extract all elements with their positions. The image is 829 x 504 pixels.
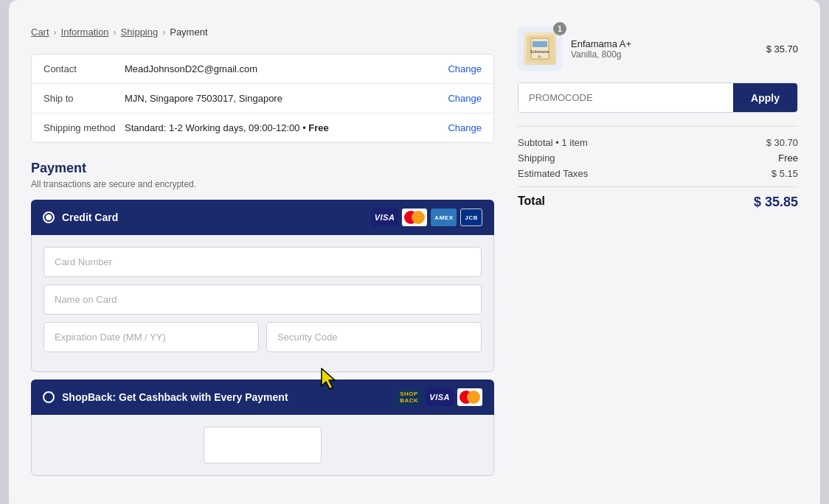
breadcrumb-shipping[interactable]: Shipping: [121, 27, 159, 38]
visa-logo: VISA: [371, 209, 399, 226]
shopback-logos: SHOPBACK VISA: [396, 388, 482, 406]
contact-row: Contact MeadJohnsonD2C@gmail.com Change: [32, 55, 493, 84]
breadcrumb: Cart › Information › Shipping › Payment: [31, 27, 494, 38]
shopback-logo: SHOPBACK: [396, 388, 422, 406]
shopback-header[interactable]: ShopBack: Get Cashback with Every Paymen…: [31, 379, 494, 415]
svg-text:A+: A+: [538, 55, 542, 58]
subtotal-value: $ 30.70: [766, 137, 798, 148]
shipto-change[interactable]: Change: [448, 93, 482, 104]
shipping-label: Shipping: [518, 153, 555, 164]
shipping-method-change[interactable]: Change: [448, 122, 482, 133]
name-on-card-input[interactable]: [44, 284, 482, 315]
total-value: $ 35.85: [754, 195, 798, 210]
shipto-label: Ship to: [44, 93, 125, 104]
payment-title: Payment: [31, 161, 494, 176]
promo-input[interactable]: [518, 83, 733, 112]
shipping-method-value: Standard: 1-2 Working days, 09:00-12:00 …: [125, 122, 448, 133]
product-variant: Vanilla, 800g: [571, 49, 757, 60]
credit-card-option[interactable]: Credit Card VISA AMEX JCB: [31, 200, 494, 372]
jcb-logo: JCB: [460, 209, 482, 226]
subtotal-row: Subtotal • 1 item $ 30.70: [518, 137, 798, 148]
left-column: Cart › Information › Shipping › Payment …: [31, 27, 494, 483]
credit-card-radio[interactable]: [43, 211, 55, 223]
product-name: Enfamama A+: [571, 38, 757, 49]
apply-button[interactable]: Apply: [733, 83, 797, 112]
card-number-input[interactable]: [44, 247, 482, 277]
breadcrumb-sep-3: ›: [162, 27, 165, 38]
breadcrumb-information[interactable]: Information: [61, 27, 109, 38]
breadcrumb-sep-1: ›: [54, 27, 57, 38]
credit-card-header[interactable]: Credit Card VISA AMEX JCB: [31, 200, 494, 235]
shopback-mc-logo: [457, 388, 482, 406]
contact-change[interactable]: Change: [448, 63, 482, 74]
svg-text:Enfamama: Enfamama: [530, 49, 549, 54]
taxes-row: Estimated Taxes $ 5.15: [518, 168, 798, 179]
info-table: Contact MeadJohnsonD2C@gmail.com Change …: [31, 54, 494, 143]
credit-card-body: [31, 235, 494, 372]
price-summary: Subtotal • 1 item $ 30.70 Shipping Free …: [518, 126, 798, 210]
svg-rect-2: [533, 41, 547, 47]
subtotal-label: Subtotal • 1 item: [518, 137, 588, 148]
product-image: Enfamama A+ 1: [518, 27, 562, 71]
shipping-method-label: Shipping method: [44, 122, 125, 133]
shopback-radio[interactable]: [43, 391, 55, 403]
shopback-label: ShopBack: Get Cashback with Every Paymen…: [62, 391, 288, 403]
order-item: Enfamama A+ 1 Enfamama A+ Vanilla, 800g …: [518, 27, 798, 71]
shipto-row: Ship to MJN, Singapore 7503017, Singapor…: [32, 84, 493, 113]
promo-row: Apply: [518, 83, 798, 113]
shipto-value: MJN, Singapore 7503017, Singapore: [125, 93, 448, 104]
shopback-option[interactable]: ShopBack: Get Cashback with Every Paymen…: [31, 379, 494, 476]
shipping-value: Free: [778, 153, 798, 164]
expiry-group: [44, 322, 259, 352]
shopback-visa-logo: VISA: [426, 388, 454, 406]
shipping-row: Shipping Free: [518, 153, 798, 164]
breadcrumb-current: Payment: [170, 27, 207, 38]
expiry-security-row: [44, 322, 482, 352]
expiry-input[interactable]: [44, 322, 259, 352]
right-column: Enfamama A+ 1 Enfamama A+ Vanilla, 800g …: [518, 27, 798, 483]
breadcrumb-sep-2: ›: [114, 27, 117, 38]
taxes-label: Estimated Taxes: [518, 168, 588, 179]
shopback-body: [31, 415, 494, 476]
main-window: Cart › Information › Shipping › Payment …: [9, 0, 820, 504]
total-row: Total $ 35.85: [518, 186, 798, 210]
taxes-value: $ 5.15: [771, 168, 798, 179]
product-info: Enfamama A+ Vanilla, 800g: [571, 38, 757, 60]
security-code-input[interactable]: [266, 322, 482, 352]
product-image-inner: Enfamama A+: [524, 32, 556, 65]
shopback-frame: [204, 427, 322, 463]
card-logos: VISA AMEX JCB: [371, 209, 482, 226]
credit-card-label: Credit Card: [62, 211, 118, 223]
card-number-group: [44, 247, 482, 277]
security-group: [266, 322, 482, 352]
total-label: Total: [518, 195, 545, 210]
qty-badge: 1: [553, 22, 566, 35]
name-on-card-group: [44, 284, 482, 315]
contact-value: MeadJohnsonD2C@gmail.com: [125, 63, 448, 74]
shipping-method-row: Shipping method Standard: 1-2 Working da…: [32, 113, 493, 142]
product-price: $ 35.70: [766, 43, 798, 55]
contact-label: Contact: [44, 63, 125, 74]
amex-logo: AMEX: [431, 209, 457, 226]
payment-subtitle: All transactions are secure and encrypte…: [31, 179, 494, 189]
mastercard-logo: [402, 209, 427, 226]
breadcrumb-cart[interactable]: Cart: [31, 27, 49, 38]
